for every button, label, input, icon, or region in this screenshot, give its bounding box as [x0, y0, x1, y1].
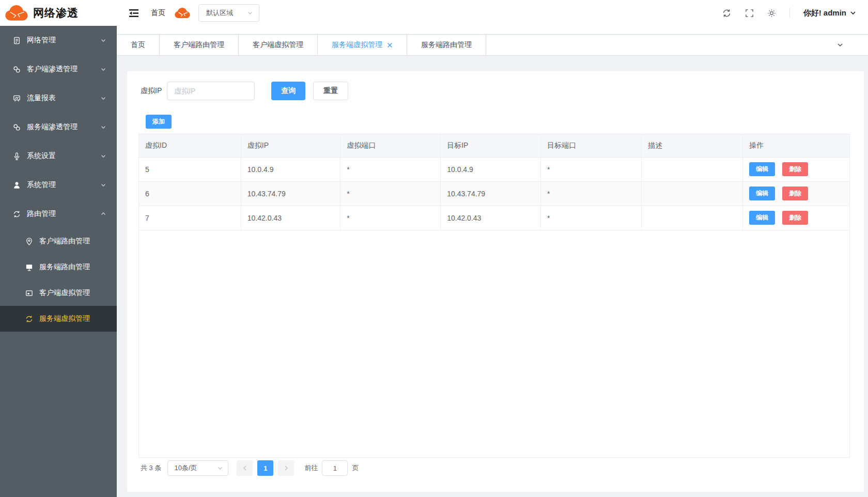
- sidebar-item-client-pen-mgmt[interactable]: 客户端渗透管理: [0, 55, 117, 84]
- cell-virtual-port: *: [340, 206, 441, 230]
- cloud-icon: [175, 8, 190, 19]
- table-header-row: 虚拟ID 虚拟IP 虚拟端口 目标IP 目标端口 描述 操作: [139, 134, 849, 157]
- total-count: 共 3 条: [141, 463, 161, 473]
- sidebar-collapse-icon[interactable]: [128, 8, 140, 18]
- add-button[interactable]: 添加: [146, 115, 172, 129]
- region-select[interactable]: 默认区域: [198, 4, 259, 22]
- chevron-down-icon: [100, 124, 106, 130]
- sidebar-subitem-label: 客户端路由管理: [39, 237, 90, 246]
- sidebar-item-label: 路由管理: [27, 209, 95, 219]
- chevron-down-icon: [246, 9, 254, 17]
- edit-button[interactable]: 编辑: [749, 162, 775, 176]
- chevron-down-icon: [100, 182, 106, 188]
- location-pin-icon: [25, 237, 34, 246]
- cell-virtual-port: *: [340, 181, 441, 206]
- tab-client-virtual-mgmt[interactable]: 客户端虚拟管理: [239, 35, 318, 55]
- sidebar-subitem-label: 客户端虚拟管理: [39, 288, 90, 298]
- sidebar-item-label: 网络管理: [27, 36, 95, 45]
- tab-home[interactable]: 首页: [117, 35, 160, 55]
- tabs-dropdown-chevron-icon[interactable]: [836, 41, 844, 49]
- sidebar-item-label: 系统管理: [27, 180, 95, 190]
- sidebar: 网络管理 客户端渗透管理 流量报表 服务端渗透管理 系统设置 系统管理 路由管理…: [0, 26, 117, 497]
- link-icon: [12, 65, 21, 74]
- cell-description: [642, 157, 743, 181]
- delete-button[interactable]: 删除: [782, 187, 808, 200]
- cloud-logo-icon: [5, 5, 28, 21]
- chevron-down-icon: [100, 66, 106, 72]
- virtual-ip-input[interactable]: [167, 82, 255, 100]
- refresh-icon: [12, 210, 21, 219]
- region-select-value: 默认区域: [206, 8, 246, 18]
- next-page-button[interactable]: [278, 460, 294, 476]
- sidebar-subitem-server-route-mgmt[interactable]: 服务端路由管理: [0, 254, 117, 280]
- sidebar-subitem-label: 服务端虚拟管理: [39, 314, 90, 323]
- cell-virtual-id: 7: [139, 206, 241, 230]
- tab-label: 服务端路由管理: [421, 40, 472, 50]
- page-unit-label: 页: [352, 463, 359, 473]
- chevron-down-icon: [216, 464, 224, 472]
- cell-virtual-ip: 10.43.74.79: [241, 181, 340, 206]
- edit-button[interactable]: 编辑: [749, 187, 775, 200]
- search-button[interactable]: 查询: [271, 82, 305, 100]
- sidebar-item-system-settings[interactable]: 系统设置: [0, 142, 117, 170]
- sidebar-subitem-server-virtual-mgmt[interactable]: 服务端虚拟管理: [0, 306, 117, 332]
- chevron-down-icon: [100, 37, 106, 43]
- tab-client-route-mgmt[interactable]: 客户端路由管理: [160, 35, 239, 55]
- sidebar-subitem-client-route-mgmt[interactable]: 客户端路由管理: [0, 228, 117, 254]
- cell-target-port: *: [541, 181, 642, 206]
- user-menu[interactable]: 你好! admin: [803, 8, 857, 18]
- delete-button[interactable]: 删除: [782, 162, 808, 176]
- tab-label: 客户端虚拟管理: [253, 40, 303, 50]
- goto-page-input[interactable]: [322, 460, 348, 476]
- reset-button[interactable]: 重置: [313, 82, 348, 100]
- chevron-right-icon: [283, 465, 289, 471]
- tab-server-virtual-mgmt[interactable]: 服务端虚拟管理: [318, 35, 407, 55]
- microphone-icon: [12, 152, 21, 161]
- tab-bar: 首页 客户端路由管理 客户端虚拟管理 服务端虚拟管理 服务端路由管理: [117, 34, 868, 56]
- refresh-icon[interactable]: [722, 8, 732, 18]
- refresh-icon: [25, 315, 34, 323]
- sidebar-item-label: 系统设置: [27, 151, 95, 161]
- sidebar-subitem-client-virtual-mgmt[interactable]: 客户端虚拟管理: [0, 280, 117, 306]
- table-row: 6 10.43.74.79 * 10.43.74.79 * 编辑 删除: [139, 181, 849, 206]
- breadcrumb-home[interactable]: 首页: [151, 8, 165, 18]
- sidebar-item-server-pen-mgmt[interactable]: 服务端渗透管理: [0, 113, 117, 142]
- page-size-select[interactable]: 10条/页: [167, 460, 228, 476]
- tab-server-route-mgmt[interactable]: 服务端路由管理: [407, 35, 486, 55]
- app-title: 网络渗透: [33, 6, 79, 20]
- filter-form: 虚拟IP 查询 重置: [141, 82, 348, 100]
- card-icon: [25, 289, 34, 298]
- sidebar-item-route-mgmt[interactable]: 路由管理: [0, 199, 117, 228]
- edit-button[interactable]: 编辑: [749, 211, 775, 225]
- col-virtual-ip: 虚拟IP: [241, 134, 340, 157]
- cell-actions: 编辑 删除: [743, 181, 849, 206]
- sidebar-item-traffic-report[interactable]: 流量报表: [0, 84, 117, 113]
- cell-target-port: *: [541, 157, 642, 181]
- page-number-1[interactable]: 1: [257, 460, 273, 476]
- cell-target-ip: 10.42.0.43: [441, 206, 541, 230]
- prev-page-button[interactable]: [237, 460, 253, 476]
- col-virtual-port: 虚拟端口: [340, 134, 441, 157]
- table-row: 7 10.42.0.43 * 10.42.0.43 * 编辑 删除: [139, 206, 849, 230]
- cell-virtual-id: 5: [139, 157, 241, 181]
- col-actions: 操作: [743, 134, 849, 157]
- sidebar-item-label: 流量报表: [27, 94, 95, 103]
- close-icon[interactable]: [387, 42, 393, 48]
- delete-button[interactable]: 删除: [782, 211, 808, 225]
- top-header: 首页 默认区域 你好! admin: [117, 0, 868, 34]
- fullscreen-icon[interactable]: [745, 9, 754, 18]
- tab-label: 客户端路由管理: [174, 40, 224, 50]
- cell-description: [642, 206, 743, 230]
- sidebar-item-system-mgmt[interactable]: 系统管理: [0, 170, 117, 199]
- col-target-ip: 目标IP: [441, 134, 541, 157]
- content-card: 虚拟IP 查询 重置 添加 虚拟ID 虚拟IP 虚拟端口 目标IP 目标端口: [127, 71, 864, 492]
- page-size-value: 10条/页: [174, 463, 216, 473]
- link-icon: [12, 123, 21, 132]
- logo-bar: 网络渗透: [0, 0, 117, 26]
- sidebar-item-network-mgmt[interactable]: 网络管理: [0, 26, 117, 55]
- chevron-left-icon: [242, 465, 248, 471]
- cell-actions: 编辑 删除: [743, 157, 849, 181]
- theme-sun-icon[interactable]: [767, 9, 776, 18]
- greeting-text: 你好! admin: [803, 8, 846, 18]
- user-icon: [12, 181, 21, 190]
